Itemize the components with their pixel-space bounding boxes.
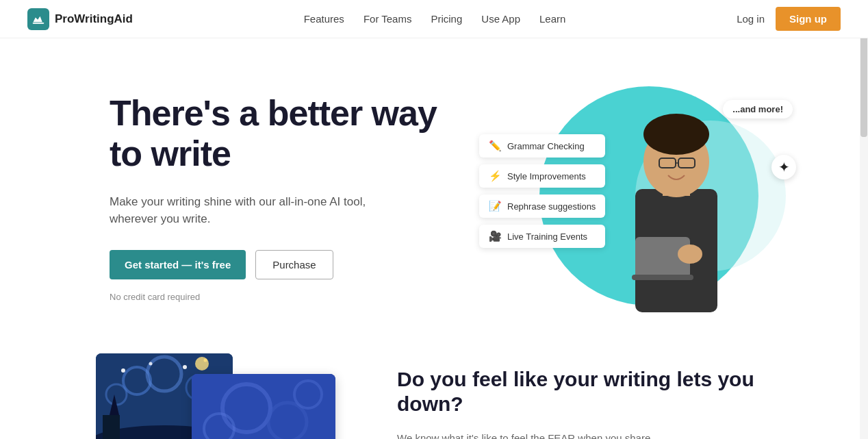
svg-point-21 xyxy=(195,357,209,371)
nav-links: Features For Teams Pricing Use App Learn xyxy=(304,13,566,25)
svg-rect-0 xyxy=(33,23,44,24)
pill-icon-1: ⚡ xyxy=(489,170,502,182)
signup-button[interactable]: Sign up xyxy=(776,7,841,31)
navbar: ProWritingAid Features For Teams Pricing… xyxy=(0,0,868,38)
svg-rect-9 xyxy=(632,275,693,280)
pill-label-3: Live Training Events xyxy=(507,231,587,242)
hero-title: There's a better way to write xyxy=(110,93,465,174)
overlay-svg xyxy=(192,374,335,439)
section2-right: Do you feel like your writing lets you d… xyxy=(397,353,800,439)
hero-subtitle: Make your writing shine with our all-in-… xyxy=(110,193,370,228)
section2-artwork: My idea in my head xyxy=(96,353,356,439)
section2-text: We know what it's like to feel the FEAR … xyxy=(397,430,685,439)
feature-pill-0: ✏️ Grammar Checking xyxy=(479,134,605,158)
painting-overlay xyxy=(192,374,335,439)
nav-for-teams[interactable]: For Teams xyxy=(363,13,412,25)
scrollbar-track[interactable] xyxy=(860,0,868,439)
logo-text: ProWritingAid xyxy=(55,12,133,26)
svg-point-4 xyxy=(643,114,709,155)
logo-link[interactable]: ProWritingAid xyxy=(27,8,133,30)
feature-pill-1: ⚡ Style Improvements xyxy=(479,164,605,188)
pill-icon-0: ✏️ xyxy=(489,140,502,152)
hero-left: There's a better way to write Make your … xyxy=(110,79,465,302)
logo-svg xyxy=(31,12,45,26)
login-link[interactable]: Log in xyxy=(737,13,765,25)
hero-right: ...and more! ✦ ✏️ Grammar Checking ⚡ Sty… xyxy=(465,79,800,312)
svg-point-16 xyxy=(121,368,125,373)
hero-section: There's a better way to write Make your … xyxy=(0,38,868,340)
pill-icon-3: 🎥 xyxy=(489,230,502,242)
svg-point-18 xyxy=(183,365,187,369)
artwork-container: My idea in my head xyxy=(96,353,356,439)
nav-use-app[interactable]: Use App xyxy=(481,13,520,25)
feature-pills: ✏️ Grammar Checking ⚡ Style Improvements… xyxy=(479,134,605,248)
hero-buttons: Get started — it's free Purchase xyxy=(110,250,465,279)
svg-point-17 xyxy=(149,362,153,366)
purchase-button[interactable]: Purchase xyxy=(255,250,333,279)
hero-note: No credit card required xyxy=(110,292,465,302)
feature-pill-2: 📝 Rephrase suggestions xyxy=(479,195,605,218)
pill-icon-2: 📝 xyxy=(489,200,502,212)
section2: My idea in my head Do you feel like your… xyxy=(0,340,868,439)
nav-features[interactable]: Features xyxy=(304,13,344,25)
nav-pricing[interactable]: Pricing xyxy=(431,13,462,25)
feature-pill-3: 🎥 Live Training Events xyxy=(479,225,605,248)
pill-label-1: Style Improvements xyxy=(507,171,586,181)
svg-point-10 xyxy=(678,244,702,264)
nav-learn[interactable]: Learn xyxy=(539,13,565,25)
get-started-button[interactable]: Get started — it's free xyxy=(110,250,246,279)
person-svg xyxy=(594,79,758,326)
sparkle-icon: ✦ xyxy=(771,155,796,179)
pill-label-2: Rephrase suggestions xyxy=(507,201,596,212)
hero-illustration xyxy=(594,79,758,326)
svg-rect-23 xyxy=(103,415,120,439)
section2-title: Do you feel like your writing lets you d… xyxy=(397,367,800,416)
logo-icon xyxy=(27,8,49,30)
pill-label-0: Grammar Checking xyxy=(507,141,585,151)
nav-actions: Log in Sign up xyxy=(737,7,841,31)
